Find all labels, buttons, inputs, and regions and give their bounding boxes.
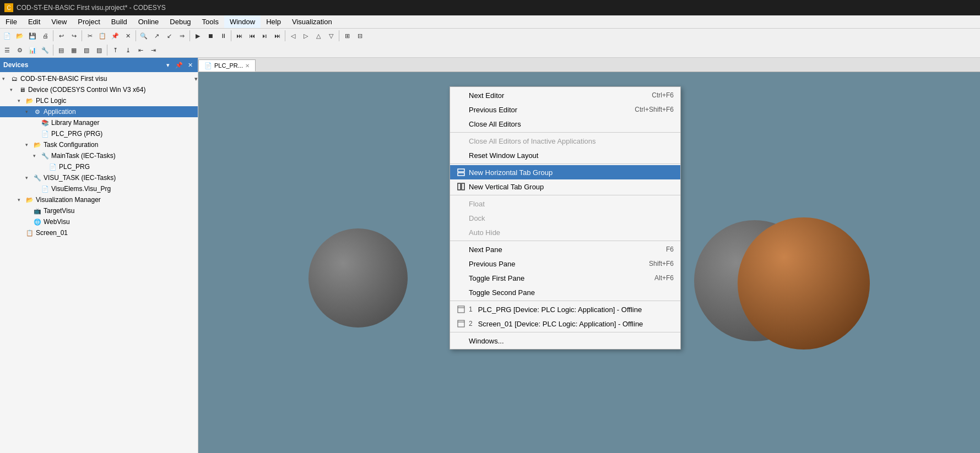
tb-undo[interactable]: ↩: [55, 30, 67, 42]
label-plc-logic: PLC Logic: [36, 97, 66, 105]
next-editor-icon: [457, 91, 465, 100]
menu-window[interactable]: Window: [224, 15, 261, 28]
root-dropdown[interactable]: ▾: [194, 75, 198, 83]
toggle-root[interactable]: ▾: [2, 76, 10, 81]
menu-project[interactable]: Project: [72, 15, 105, 28]
tb2-1[interactable]: ☰: [1, 44, 13, 56]
close-all-icon: [457, 119, 465, 128]
menu-close-all[interactable]: Close All Editors: [450, 117, 680, 131]
tb-print[interactable]: 🖨: [39, 30, 51, 42]
tree-node-visu-elems[interactable]: 📄 VisuElems.Visu_Prg: [0, 183, 198, 194]
tb-open[interactable]: 📂: [14, 30, 26, 42]
menu-toggle-second[interactable]: Toggle Second Pane: [450, 285, 680, 299]
menu-debug[interactable]: Debug: [164, 15, 196, 28]
tb-save[interactable]: 💾: [26, 30, 39, 42]
tree-node-plc-prg2[interactable]: 📄 PLC_PRG: [0, 161, 198, 172]
tb2-7[interactable]: ▧: [80, 44, 93, 56]
tree-node-screen-01[interactable]: 📋 Screen_01: [0, 227, 198, 238]
tb-extra3[interactable]: △: [312, 30, 324, 42]
label-device: Device (CODESYS Control Win V3 x64): [28, 86, 145, 94]
menu-view[interactable]: View: [46, 15, 72, 28]
menu-new-vertical[interactable]: New Vertical Tab Group: [450, 179, 680, 194]
menu-help[interactable]: Help: [261, 15, 286, 28]
tb-run[interactable]: ▶: [192, 30, 204, 42]
tb2-5[interactable]: ▤: [55, 44, 67, 56]
menu-file[interactable]: File: [0, 15, 23, 28]
tb-ref3[interactable]: ⇒: [176, 30, 188, 42]
tb-redo[interactable]: ↪: [68, 30, 80, 42]
toggle-device[interactable]: ▾: [10, 87, 18, 92]
tb-ref[interactable]: ↗: [150, 30, 163, 42]
sidebar-pin-btn[interactable]: 📌: [175, 61, 183, 69]
tb-copy[interactable]: 📋: [96, 30, 109, 42]
tree-node-device[interactable]: ▾ 🖥 Device (CODESYS Control Win V3 x64): [0, 84, 198, 95]
tb-extra4[interactable]: ▽: [325, 30, 337, 42]
menu-reset-layout[interactable]: Reset Window Layout: [450, 148, 680, 162]
tree-node-application[interactable]: ▾ ⚙ Application: [0, 106, 198, 117]
tb2-12[interactable]: ⇥: [147, 44, 159, 56]
tb-new[interactable]: 📄: [1, 30, 13, 42]
menu-prev-pane[interactable]: Previous Pane Shift+F6: [450, 256, 680, 271]
tb-step[interactable]: ⏭: [233, 30, 245, 42]
tb-step3[interactable]: ⏯: [258, 30, 270, 42]
tb-step4[interactable]: ⏭: [271, 30, 283, 42]
tab-plc-prg[interactable]: 📄 PLC_PR... ✕: [198, 59, 256, 72]
toggle-plc-logic[interactable]: ▾: [18, 98, 25, 103]
tb2-6[interactable]: ▦: [68, 44, 80, 56]
menu-online[interactable]: Online: [133, 15, 165, 28]
tab-close[interactable]: ✕: [245, 63, 250, 69]
menu-windows-more[interactable]: Windows...: [450, 334, 680, 348]
tb-extra2[interactable]: ▷: [300, 30, 312, 42]
toggle-main-task[interactable]: ▾: [33, 153, 41, 159]
tb2-8[interactable]: ▨: [93, 44, 105, 56]
tb-misc2[interactable]: ⊟: [354, 30, 366, 42]
tree-node-root[interactable]: ▾ 🗂 COD-ST-EN-BASIC First visu ▾: [0, 73, 198, 84]
tree-node-main-task[interactable]: ▾ 🔧 MainTask (IEC-Tasks): [0, 150, 198, 161]
menu-build[interactable]: Build: [106, 15, 133, 28]
menu-next-pane[interactable]: Next Pane F6: [450, 242, 680, 256]
auto-hide-label: Auto Hide: [469, 228, 500, 237]
tree-node-target-visu[interactable]: 📺 TargetVisu: [0, 205, 198, 216]
menu-toggle-first[interactable]: Toggle First Pane Alt+F6: [450, 271, 680, 285]
tree-node-visu-task[interactable]: ▾ 🔧 VISU_TASK (IEC-Tasks): [0, 172, 198, 183]
tb-ref2[interactable]: ↙: [163, 30, 175, 42]
tb-step2[interactable]: ⏮: [246, 30, 258, 42]
tb2-4[interactable]: 🔧: [39, 44, 51, 56]
tb-paste[interactable]: 📌: [109, 30, 121, 42]
menu-tools[interactable]: Tools: [197, 15, 224, 28]
toggle-visu-task[interactable]: ▾: [25, 175, 33, 181]
main-layout: Devices ▾ 📌 ✕ ▾ 🗂 COD-ST-EN-BASIC First …: [0, 58, 980, 453]
tree-node-visu-manager[interactable]: ▾ 📂 Visualization Manager: [0, 194, 198, 205]
toggle-task-config[interactable]: ▾: [25, 142, 33, 148]
tb2-9[interactable]: ⤒: [109, 44, 121, 56]
menu-new-horizontal[interactable]: New Horizontal Tab Group: [450, 165, 680, 179]
sidebar-close-btn[interactable]: ✕: [186, 61, 194, 69]
tb2-2[interactable]: ⚙: [14, 44, 26, 56]
tb2-3[interactable]: 📊: [26, 44, 39, 56]
tree-node-plc-logic[interactable]: ▾ 📂 PLC Logic: [0, 95, 198, 106]
tb-pause[interactable]: ⏸: [217, 30, 229, 42]
menu-prev-editor[interactable]: Previous Editor Ctrl+Shift+F6: [450, 102, 680, 117]
sidebar-title: Devices: [3, 61, 28, 69]
menu-window-1[interactable]: 1 PLC_PRG [Device: PLC Logic: Applicatio…: [450, 302, 680, 316]
tb2-11[interactable]: ⇤: [134, 44, 147, 56]
tb-delete[interactable]: ✕: [122, 30, 134, 42]
tree-node-task-config[interactable]: ▾ 📂 Task Configuration: [0, 139, 198, 150]
toggle-application[interactable]: ▾: [25, 109, 33, 114]
menu-window-2[interactable]: 2 Screen_01 [Device: PLC Logic: Applicat…: [450, 316, 680, 331]
toggle-visu-manager[interactable]: ▾: [18, 197, 25, 203]
tb-cut[interactable]: ✂: [84, 30, 96, 42]
tree-node-plc-prg[interactable]: 📄 PLC_PRG (PRG): [0, 128, 198, 139]
sidebar-dropdown-btn[interactable]: ▾: [164, 61, 172, 69]
prev-pane-label: Previous Pane: [469, 260, 516, 268]
tb-stop[interactable]: ⏹: [204, 30, 216, 42]
tree-node-web-visu[interactable]: 🌐 WebVisu: [0, 216, 198, 227]
tb-extra1[interactable]: ◁: [287, 30, 299, 42]
tb-find[interactable]: 🔍: [138, 30, 150, 42]
tb2-10[interactable]: ⤓: [122, 44, 134, 56]
menu-visualization[interactable]: Visualization: [286, 15, 338, 28]
menu-edit[interactable]: Edit: [23, 15, 46, 28]
menu-next-editor[interactable]: Next Editor Ctrl+F6: [450, 88, 680, 102]
tree-node-library-manager[interactable]: 📚 Library Manager: [0, 117, 198, 128]
tb-misc1[interactable]: ⊞: [341, 30, 353, 42]
